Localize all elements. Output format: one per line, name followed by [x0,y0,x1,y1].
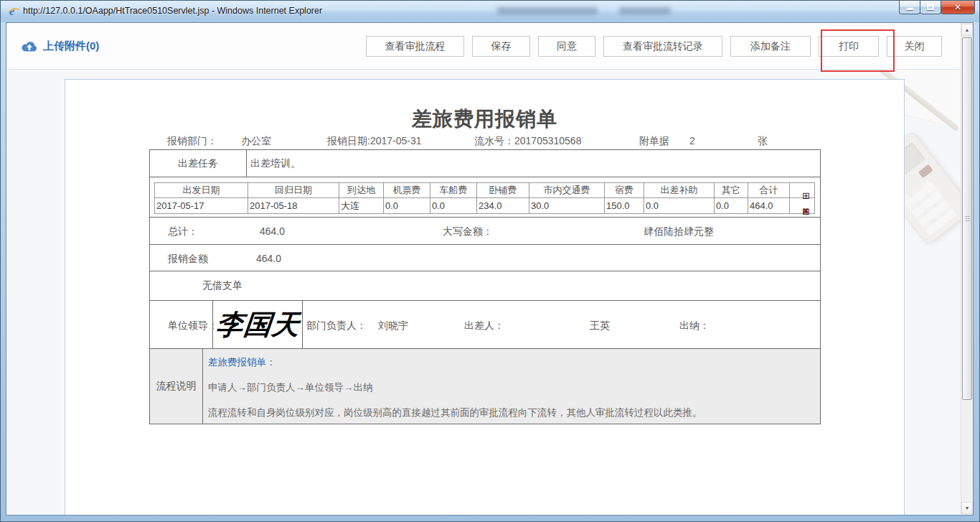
scrollbar-thumb[interactable] [962,37,972,400]
cashier-label: 出纳： [679,320,710,332]
add-row-icon[interactable]: ⊞ [802,206,810,214]
close-page-button[interactable]: 关闭 [887,36,942,57]
traveler-label: 出差人： [464,320,504,332]
dept-value: 办公室 [241,135,271,148]
vertical-scrollbar[interactable]: ▲ ▼ [961,23,973,515]
browser-client-area: 上传附件(0) 查看审批流程 保存 同意 查看审批流转记录 添加备注 打印 关闭 [6,22,974,516]
col-allowance: 出差补助 [644,183,715,198]
cell-other: 0.0 [715,198,748,214]
reimburse-value: 464.0 [256,253,281,264]
reimburse-label: 报销金额 [168,253,208,266]
dept-head-label: 部门负责人： [306,320,367,332]
scrollbar-grip [965,216,970,222]
expense-data-row: 2017-05-17 2017-05-18 大连 0.0 0.0 234.0 3… [155,198,815,214]
minimize-icon [907,8,913,10]
form-table: 出差任务 出差培训。 出发日期 回归日期 [149,149,821,424]
leader-label: 单位领导： [168,320,218,332]
form-header-row: 报销部门： 办公室 报销日期:2017-05-31 流水号：2017053105… [65,135,904,149]
process-body: 差旅费报销单： 申请人→部门负责人→单位领导→出纳 流程流转和自身岗位级别对应，… [203,349,820,424]
upload-attachment-label: 上传附件(0) [43,39,99,53]
cell-vehicle-fee: 0.0 [430,198,477,214]
col-destination: 到达地 [339,183,384,198]
cell-allowance: 0.0 [644,198,715,214]
col-subtotal: 合计 [748,183,790,198]
scroll-down-button[interactable]: ▼ [961,502,973,514]
expense-row: 出发日期 回归日期 到达地 机票费 车船费 卧铺费 市内交通费 宿费 出差补助 … [150,177,820,217]
view-approval-flow-button[interactable]: 查看审批流程 [366,36,464,57]
total-label: 总计： [168,225,198,238]
internet-explorer-icon: e [8,5,20,17]
signature-row: 单位领导： 李国天 部门负责人： 刘晓宇 出差人： 王英 出纳： [150,300,820,348]
page-content: 差旅费用报销单 报销部门： 办公室 报销日期:2017-05-31 流水号：20… [6,70,961,515]
maximize-button[interactable] [920,1,941,14]
dept-label: 报销部门： [167,135,217,148]
cell-sleeper-fee: 234.0 [477,198,529,214]
col-depart-date: 出发日期 [155,183,248,198]
process-row: 流程说明 差旅费报销单： 申请人→部门负责人→单位领导→出纳 流程流转和自身岗位… [150,348,820,424]
leader-signature-box: 李国天 [212,301,303,348]
caps-amount-label: 大写金额： [443,225,493,238]
expense-table: 出发日期 回归日期 到达地 机票费 车船费 卧铺费 市内交通费 宿费 出差补助 … [154,182,815,214]
col-airfare: 机票费 [384,183,430,198]
loan-row: 无借支单 [150,271,820,300]
scroll-up-button[interactable]: ▲ [961,24,973,36]
dept-head-value: 刘晓宇 [378,320,408,332]
cell-destination: 大连 [339,198,384,214]
task-label: 出差任务 [150,150,247,177]
col-return-date: 回归日期 [248,183,339,198]
save-button[interactable]: 保存 [472,36,530,57]
serial-number: 流水号：201705310568 [474,135,581,148]
print-button[interactable]: 打印 [819,36,879,57]
loan-note: 无借支单 [202,279,242,292]
process-note: 流程流转和自身岗位级别对应，岗位级别高的直接越过其前面的审批流程向下流转，其他人… [208,406,702,419]
agree-button[interactable]: 同意 [538,36,595,57]
browser-window: e http://127.0.0.1/OAapp/HtTrace0510Serv… [0,0,980,522]
cloud-upload-icon [21,40,38,52]
col-other: 其它 [715,183,748,198]
total-value: 464.0 [260,225,285,237]
toolbar: 上传附件(0) 查看审批流程 保存 同意 查看审批流转记录 添加备注 打印 关闭 [6,23,961,70]
task-row: 出差任务 出差培训。 [150,150,820,177]
window-title: http://127.0.0.1/OAapp/HtTrace0510Servle… [23,6,322,16]
cell-subtotal: 464.0 [748,198,790,214]
toolbar-buttons: 查看审批流程 保存 同意 查看审批流转记录 添加备注 打印 关闭 [366,36,942,57]
leader-signature: 李国天 [214,307,301,343]
reimburse-row: 报销金额 464.0 [150,244,820,271]
date-label: 报销日期:2017-05-31 [327,135,422,148]
close-icon: ✕ [954,2,961,12]
attachment-label: 附单据 [639,135,669,148]
cell-city-transport: 30.0 [529,198,605,214]
close-window-button[interactable]: ✕ [941,1,975,14]
task-value: 出差培训。 [247,150,820,177]
col-lodging: 宿费 [605,183,644,198]
add-note-button[interactable]: 添加备注 [730,36,811,57]
upload-attachment-link[interactable]: 上传附件(0) [21,39,99,53]
col-sleeper-fee: 卧铺费 [477,183,529,198]
caps-amount-value: 肆佰陆拾肆元整 [644,225,714,238]
traveler-value: 王英 [590,320,610,332]
cell-lodging: 150.0 [605,198,644,214]
total-row: 总计： 464.0 大写金额： 肆佰陆拾肆元整 [150,217,820,244]
process-form-link[interactable]: 差旅费报销单： [208,356,276,369]
cell-return-date: 2017-05-18 [248,198,339,214]
maximize-icon [927,4,934,10]
add-row-icon[interactable]: ⊞ [802,190,810,198]
titlebar: e http://127.0.0.1/OAapp/HtTrace0510Serv… [1,1,979,22]
expense-header-row: 出发日期 回归日期 到达地 机票费 车船费 卧铺费 市内交通费 宿费 出差补助 … [155,183,815,198]
blurred-watermark [497,7,598,14]
process-label: 流程说明 [150,349,203,424]
minimize-button[interactable] [899,1,920,14]
form-paper: 差旅费用报销单 报销部门： 办公室 报销日期:2017-05-31 流水号：20… [65,79,905,515]
blurred-watermark [619,7,671,14]
form-title: 差旅费用报销单 [65,106,904,133]
col-city-transport: 市内交通费 [529,183,605,198]
cell-depart-date: 2017-05-17 [155,198,248,214]
attachment-unit: 张 [758,135,768,148]
attachment-count: 2 [689,135,695,146]
view-approval-record-button[interactable]: 查看审批流转记录 [603,36,722,57]
process-flow: 申请人→部门负责人→单位领导→出纳 [208,381,373,394]
col-vehicle-fee: 车船费 [430,183,477,198]
cell-airfare: 0.0 [384,198,430,214]
window-controls: ✕ [900,1,975,15]
